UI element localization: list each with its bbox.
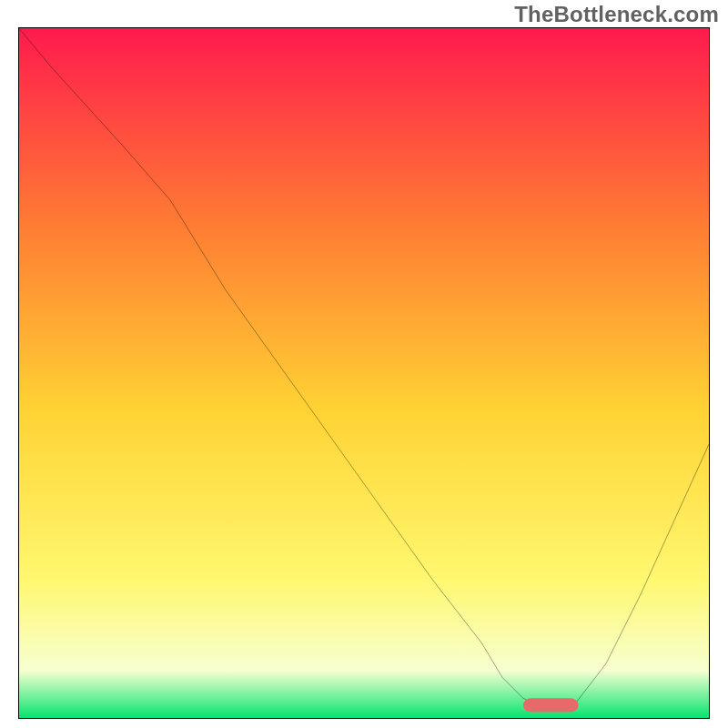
chart-container: TheBottleneck.com [0,0,728,728]
minimum-marker [523,698,579,712]
gradient-background [18,27,710,719]
watermark-text: TheBottleneck.com [514,2,719,27]
chart-svg [18,27,710,719]
